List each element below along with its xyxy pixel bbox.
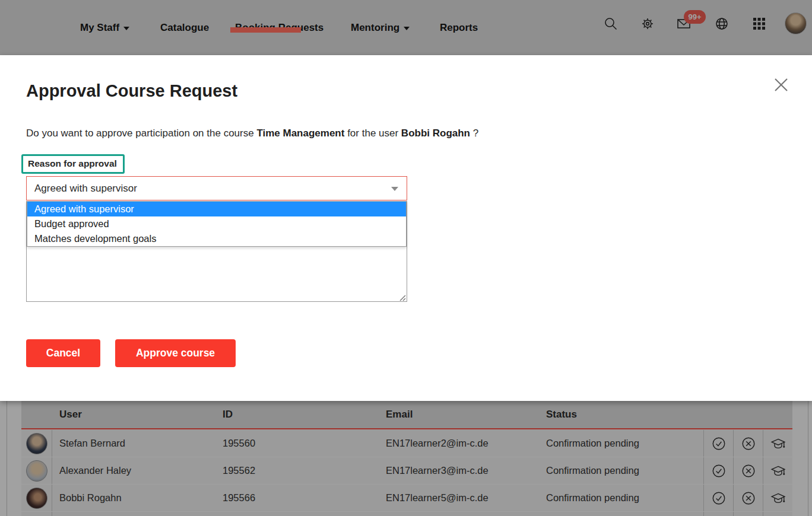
question-text: Do you want to approve participation on … [26,128,256,139]
dialog-title: Approval Course Request [26,81,237,101]
option-matches-development-goals[interactable]: Matches development goals [27,231,406,246]
reason-select-value: Agreed with supervisor [34,183,137,195]
booking-requests-highlight-annotation [230,27,301,33]
close-icon[interactable] [768,72,794,98]
question-text: for the user [344,128,401,139]
option-budget-approved[interactable]: Budget approved [27,216,406,231]
approval-question: Do you want to approve participation on … [26,128,478,139]
cancel-button[interactable]: Cancel [26,339,100,367]
approval-course-request-dialog: Approval Course Request Do you want to a… [0,55,812,401]
reason-for-approval-label: Reason for approval [21,154,125,174]
select-caret-icon [391,187,398,191]
approve-course-button[interactable]: Approve course [115,339,236,367]
reason-select[interactable]: Agreed with supervisor [26,176,407,200]
screen: My Staff Catalogue Booking Requests Ment… [0,0,812,516]
user-name: Bobbi Rogahn [401,128,470,139]
option-agreed-with-supervisor[interactable]: Agreed with supervisor [27,202,406,216]
question-text: ? [470,128,478,139]
reason-options-list: Agreed with supervisor Budget approved M… [27,201,407,247]
course-name: Time Management [256,128,344,139]
